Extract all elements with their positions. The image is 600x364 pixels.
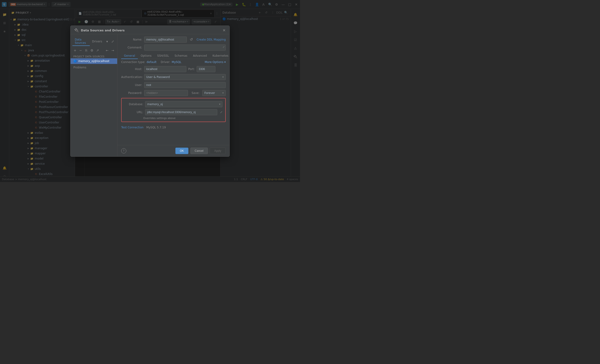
general-tab[interactable]: General xyxy=(121,53,138,59)
advanced-tab[interactable]: Advanced xyxy=(190,53,209,59)
user-label: User: xyxy=(121,83,142,87)
reload-icon[interactable]: ↺ xyxy=(190,37,193,42)
modal-title-icon: 🔌 xyxy=(74,28,79,33)
comment-label: Comment: xyxy=(121,46,142,49)
password-row: Password: Save: Forever ▾ xyxy=(117,89,229,97)
problems-label: Problems xyxy=(73,66,86,69)
modal-sidebar-tabs: Data Sources Drivers ▾ ⤢ xyxy=(71,36,117,47)
modal-body: Data Sources Drivers ▾ ⤢ + − ⎘ ⚙ ↗ ← xyxy=(71,34,229,156)
conn-type-label: Connection type: xyxy=(121,60,145,64)
auth-chevron: ▾ xyxy=(222,76,224,78)
memory-oj-datasource-item[interactable]: 🔵 memory_oj@localhost xyxy=(71,58,117,64)
drivers-tab[interactable]: Drivers xyxy=(90,39,104,44)
copy-datasource-btn[interactable]: ⎘ xyxy=(84,48,89,53)
modal-close-btn[interactable]: ✕ xyxy=(223,28,226,33)
modal-sidebar: Data Sources Drivers ▾ ⤢ + − ⎘ ⚙ ↗ ← xyxy=(71,34,117,156)
modal-content: Name: ↺ Create DDL Mapping Comment: ⤢ Ge… xyxy=(117,34,229,156)
modal-title: Data Sources and Drivers xyxy=(81,28,221,32)
cancel-button[interactable]: Cancel xyxy=(190,147,208,154)
auth-select[interactable]: User & Password ▾ xyxy=(144,74,226,80)
test-connection-result: MySQL 5.7.19 xyxy=(146,126,166,129)
host-port-row: Host: Port: xyxy=(117,65,229,73)
url-row: URL: ⤢ xyxy=(122,108,225,116)
datasource-label: memory_oj@localhost xyxy=(78,60,109,63)
password-label: Password: xyxy=(121,91,142,95)
conn-type-value: default xyxy=(147,60,157,64)
modal-overlay: 🔌 Data Sources and Drivers ✕ Data Source… xyxy=(0,0,300,182)
name-label: Name: xyxy=(121,38,142,41)
expand-btn[interactable]: ⤢ xyxy=(110,39,115,44)
kubernetes-tab[interactable]: Kubernetes xyxy=(210,53,229,59)
datasource-icon: 🔵 xyxy=(73,60,77,63)
user-input[interactable] xyxy=(144,82,226,88)
url-input[interactable] xyxy=(145,109,217,115)
sidebar-tab-controls: ▾ ⤢ xyxy=(104,39,115,44)
user-row: User: xyxy=(117,81,229,89)
more-options-chevron: ▾ xyxy=(224,60,226,64)
host-input[interactable] xyxy=(144,66,186,72)
auth-row: Authentication: User & Password ▾ xyxy=(117,73,229,81)
options-tab[interactable]: Options xyxy=(138,53,154,59)
database-label: Database: xyxy=(124,103,143,106)
modal-spacer xyxy=(117,132,229,145)
driver-value[interactable]: MySQL xyxy=(172,60,181,64)
apply-button[interactable]: Apply xyxy=(210,147,226,154)
more-options-link[interactable]: More Options ▾ xyxy=(205,60,226,64)
save-label: Save: xyxy=(192,91,200,95)
overrides-text: Overrides settings above xyxy=(141,116,225,120)
data-sources-modal: 🔌 Data Sources and Drivers ✕ Data Source… xyxy=(70,26,230,157)
save-value: Forever xyxy=(204,91,215,95)
settings-datasource-btn[interactable]: ⚙ xyxy=(89,48,94,53)
schemas-tab[interactable]: Schemas xyxy=(172,53,190,59)
database-url-section: Database: memory_oj ▾ URL: ⤢ Overrides s… xyxy=(121,98,226,122)
save-select[interactable]: Forever ▾ xyxy=(202,90,226,96)
auth-label: Authentication: xyxy=(121,75,142,79)
nav-forward-btn[interactable]: → xyxy=(110,48,115,53)
add-datasource-btn[interactable]: + xyxy=(72,48,78,53)
modal-footer: ? OK Cancel Apply xyxy=(117,145,229,156)
modal-add-bar: + − ⎘ ⚙ ↗ ← → xyxy=(71,47,117,54)
url-expand-btn[interactable]: ⤢ xyxy=(220,110,222,114)
help-label: ? xyxy=(123,149,124,152)
connection-type-row: Connection type: default Driver: MySQL M… xyxy=(117,59,229,65)
ssh-ssl-tab[interactable]: SSH/SSL xyxy=(154,53,172,59)
problems-section: Problems xyxy=(71,64,117,71)
database-select[interactable]: memory_oj ▾ xyxy=(145,101,222,107)
more-options-label: More Options xyxy=(205,60,223,64)
modal-title-bar: 🔌 Data Sources and Drivers ✕ xyxy=(71,26,229,34)
host-label: Host: xyxy=(121,67,142,71)
modal-content-tabs: General Options SSH/SSL Schemas Advanced… xyxy=(117,52,229,59)
comment-field-row: Comment: ⤢ xyxy=(117,44,229,52)
port-label: Port: xyxy=(188,67,195,71)
port-input[interactable] xyxy=(197,66,216,72)
database-value: memory_oj xyxy=(147,103,163,106)
remove-datasource-btn[interactable]: − xyxy=(78,48,83,53)
db-chevron: ▾ xyxy=(219,103,220,105)
driver-label: Driver: xyxy=(161,60,170,64)
ok-button[interactable]: OK xyxy=(175,147,188,154)
data-sources-tab[interactable]: Data Sources xyxy=(72,37,90,46)
save-chevron: ▾ xyxy=(222,91,224,94)
name-field-row: Name: ↺ Create DDL Mapping xyxy=(117,34,229,44)
database-row: Database: memory_oj ▾ xyxy=(122,100,225,108)
expand-icon[interactable]: ⤢ xyxy=(223,46,225,48)
share-datasource-btn[interactable]: ↗ xyxy=(95,48,100,53)
auth-value: User & Password xyxy=(146,75,170,79)
test-connection-row: Test Connection MySQL 5.7.19 xyxy=(117,123,229,132)
name-input[interactable] xyxy=(144,36,187,43)
test-connection-btn[interactable]: Test Connection xyxy=(121,126,143,129)
project-datasources-section: Project Data Sources xyxy=(71,54,117,58)
dropdown-btn[interactable]: ▾ xyxy=(104,39,110,44)
create-ddl-mapping-link[interactable]: Create DDL Mapping xyxy=(197,38,226,41)
password-input[interactable] xyxy=(144,90,188,96)
help-btn[interactable]: ? xyxy=(121,148,126,154)
comment-input[interactable]: ⤢ xyxy=(144,45,226,51)
url-label: URL: xyxy=(124,110,143,114)
nav-btns: ← → xyxy=(104,48,115,53)
nav-back-btn[interactable]: ← xyxy=(104,48,110,53)
